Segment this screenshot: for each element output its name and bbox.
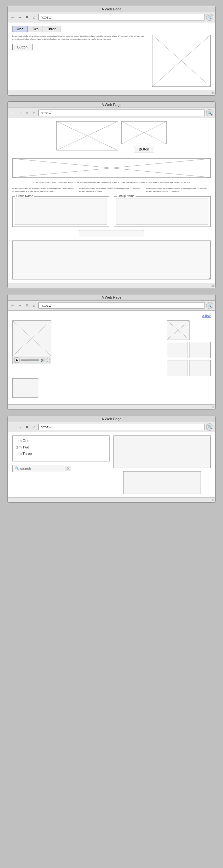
page2-top-row: Button — [12, 121, 211, 155]
forward-button-2[interactable]: → — [17, 110, 23, 116]
stop-button-2[interactable]: ✕ — [24, 110, 30, 116]
page3-img-row3 — [167, 360, 211, 376]
page2-text-input[interactable] — [79, 230, 144, 237]
home-button-4[interactable]: ⌂ — [31, 424, 37, 430]
scrubber-fill — [22, 360, 27, 361]
page-content-2: Button Lorem ipsum dolor sit amet consec… — [8, 118, 215, 283]
forward-button-3[interactable]: → — [17, 303, 23, 308]
page-title-3: A Web Page — [102, 296, 122, 299]
page2-wide-image — [12, 158, 211, 178]
page2-input-row — [12, 230, 211, 237]
title-bar-1: A Web Page — [8, 6, 215, 12]
page1-lorem: Lorem ipsum dolor sit amet consectetur a… — [12, 35, 149, 41]
volume-icon[interactable]: 🔊 — [40, 358, 45, 362]
tab-one[interactable]: One — [12, 26, 28, 32]
toolbar-4: ← → ✕ ⌂ 🔍 — [8, 422, 215, 432]
page1-button[interactable]: Button — [12, 44, 33, 50]
page3-img-small1 — [167, 342, 188, 358]
search-submit-button[interactable]: ⊳ — [65, 466, 71, 471]
resize-handle-1[interactable]: ⇲ — [8, 90, 215, 95]
page3-top-row: ▶ 🔊 ⛶ — [12, 320, 211, 376]
page4-search-box: 🔍 ⊳ — [12, 465, 64, 472]
page3-img-small3 — [167, 360, 188, 376]
page3-bottom-box-row — [12, 378, 211, 398]
search-icon-2[interactable]: 🔍 — [206, 109, 213, 116]
address-bar-3[interactable] — [38, 302, 205, 309]
toolbar-3: ← → ✕ ⌂ 🔍 — [8, 301, 215, 311]
page2-group1-label: Group Name — [15, 194, 34, 197]
page3-left-media: ▶ 🔊 ⛶ — [12, 320, 211, 398]
page4-right — [114, 435, 211, 494]
browser-window-2: A Web Page ← → ✕ ⌂ 🔍 — [7, 101, 216, 288]
page2-group1: Group Name — [12, 196, 109, 227]
home-button-2[interactable]: ⌂ — [31, 110, 37, 116]
page1-image-placeholder — [152, 35, 211, 87]
resize-handle-3[interactable]: ⇲ — [8, 404, 215, 409]
browser-window-1: A Web Page ← → ✕ ⌂ 🔍 One Two Three Lorem… — [7, 6, 216, 96]
page2-three-col: Lorem ipsum dolor sit amet consectetur a… — [12, 187, 211, 193]
toolbar-1: ← → ✕ ⌂ 🔍 — [8, 12, 215, 23]
page3-img-small2 — [190, 342, 211, 358]
play-button[interactable]: ▶ — [14, 357, 20, 363]
page3-left-col: ▶ 🔊 ⛶ — [12, 320, 164, 376]
page3-link[interactable]: a link — [12, 314, 211, 318]
page4-search-container: 🔍 ⊳ — [12, 465, 109, 472]
page2-image1 — [56, 121, 118, 151]
page4-right-mid-box — [123, 471, 201, 494]
page2-group2-label: Group Name — [117, 194, 135, 197]
page3-img-center-top — [167, 320, 190, 340]
page3-center-col — [167, 320, 211, 376]
resize-icon-2: ⇲ — [211, 284, 214, 287]
page2-group-boxes: Group Name Group Name — [12, 196, 211, 227]
resize-handle-4[interactable]: ⇲ — [8, 497, 215, 502]
home-button-1[interactable]: ⌂ — [31, 14, 37, 20]
list-item-1[interactable]: Item One — [14, 438, 107, 444]
page2-group1-inner — [14, 198, 107, 224]
list-item-2[interactable]: Item Two — [14, 444, 107, 451]
page-title-4: A Web Page — [102, 417, 122, 421]
toolbar-2: ← → ✕ ⌂ 🔍 — [8, 108, 215, 118]
resize-icon-3: ⇲ — [211, 405, 214, 409]
address-bar-4[interactable] — [38, 424, 205, 430]
resize-handle-2[interactable]: ⇲ — [8, 283, 215, 288]
tab-three[interactable]: Three — [43, 26, 61, 32]
page3-img-small4 — [190, 360, 211, 376]
page3-bottom-small-box — [12, 378, 38, 398]
search-icon-4[interactable]: 🔍 — [206, 424, 213, 431]
search-icon-1[interactable]: 🔍 — [206, 14, 213, 21]
page-content-4: Item One Item Two Item Three 🔍 ⊳ — [8, 432, 215, 497]
stop-button-3[interactable]: ✕ — [24, 303, 30, 308]
list-item-3[interactable]: Item Three — [14, 451, 107, 457]
page1-left-col: Lorem ipsum dolor sit amet consectetur a… — [12, 35, 149, 87]
back-button-2[interactable]: ← — [10, 110, 15, 116]
resize-icon-1: ⇲ — [211, 91, 214, 95]
search-icon-field: 🔍 — [14, 466, 19, 470]
page4-list[interactable]: Item One Item Two Item Three — [12, 435, 109, 461]
stop-button-4[interactable]: ✕ — [24, 424, 30, 430]
video-scrubber[interactable] — [21, 360, 39, 361]
page2-col3: Lorem ipsum dolor sit amet consectetur a… — [146, 187, 211, 193]
page4-left: Item One Item Two Item Three 🔍 ⊳ — [12, 435, 109, 494]
page3-media-row: ▶ 🔊 ⛶ — [12, 320, 211, 398]
tab-two[interactable]: Two — [28, 26, 42, 32]
page3-tall-placeholder — [12, 320, 51, 356]
back-button-4[interactable]: ← — [10, 424, 15, 430]
page-title-1: A Web Page — [102, 7, 122, 11]
home-button-3[interactable]: ⌂ — [31, 303, 37, 308]
page-content-3: a link — [8, 311, 215, 404]
back-button-1[interactable]: ← — [10, 14, 15, 20]
browser-window-3: A Web Page ← → ✕ ⌂ 🔍 a link — [7, 294, 216, 410]
page2-button[interactable]: Button — [134, 146, 154, 152]
back-button-3[interactable]: ← — [10, 303, 15, 308]
page2-lorem-center: Lorem ipsum dolor sit amet consectetur a… — [12, 181, 211, 184]
forward-button-1[interactable]: → — [17, 14, 23, 20]
forward-button-4[interactable]: → — [17, 424, 23, 430]
title-bar-4: A Web Page — [8, 416, 215, 422]
stop-button-1[interactable]: ✕ — [24, 14, 30, 20]
address-bar-1[interactable] — [38, 14, 205, 21]
search-icon-3[interactable]: 🔍 — [206, 302, 213, 309]
page2-textarea[interactable] — [12, 241, 211, 279]
search-input[interactable] — [20, 467, 65, 470]
address-bar-2[interactable] — [38, 110, 205, 116]
fullscreen-icon[interactable]: ⛶ — [46, 358, 50, 362]
